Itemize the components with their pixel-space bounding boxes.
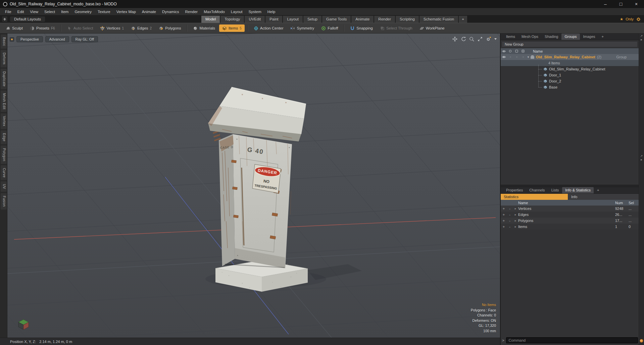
side-tab-deform[interactable]: Deform [1, 50, 7, 67]
remove-filter-button[interactable]: - [507, 225, 513, 229]
stats-row-edges[interactable]: + - ▸ Edges 26... ... [501, 212, 639, 218]
panel-flyout-icon[interactable]: ▸ [641, 158, 642, 161]
menu-item-item[interactable]: Item [58, 8, 71, 15]
expand-row-icon[interactable]: ▸ [513, 225, 518, 228]
layout-tab-game-tools[interactable]: Game Tools [322, 16, 351, 23]
panel-divider[interactable] [501, 185, 639, 187]
layout-tab-uvedit[interactable]: UVEdit [245, 16, 265, 23]
layout-tab-animate[interactable]: Animate [351, 16, 374, 23]
tree-item-label[interactable]: Door_1 [549, 73, 561, 77]
expand-panel-icon[interactable]: ↗ [640, 34, 643, 38]
tool-materials-button[interactable]: Materials [190, 24, 218, 32]
maximize-button[interactable]: □ [613, 0, 629, 8]
side-tab-polygon[interactable]: Polygon [1, 146, 7, 164]
star-icon[interactable]: ★ [620, 17, 623, 21]
tab-items[interactable]: Items [503, 34, 518, 40]
group-row[interactable]: ▾ Old_Slim_Railway_Relay_Cabinet (2) Gro… [501, 54, 639, 60]
layout-up-icon[interactable] [2, 16, 7, 22]
viewport-settings-icon[interactable] [486, 37, 491, 42]
layout-tab-layout[interactable]: Layout [283, 16, 303, 23]
side-tab-curve[interactable]: Curve [1, 165, 7, 180]
add-panel-tab-button[interactable]: + [594, 187, 602, 193]
visibility-column-icon[interactable] [501, 50, 507, 53]
remove-filter-button[interactable]: - [507, 219, 513, 223]
default-layouts-button[interactable]: Default Layouts [10, 16, 45, 22]
tree-item-base[interactable]: Base [501, 84, 639, 90]
remove-filter-button[interactable]: - [507, 207, 513, 211]
layout-tab-setup[interactable]: Setup [303, 16, 321, 23]
add-filter-button[interactable]: + [501, 219, 507, 223]
cabinet-model[interactable]: CASE D G 40 [205, 87, 362, 292]
expand-row-icon[interactable]: ▸ [513, 213, 518, 216]
side-tab-mesh-edit[interactable]: Mesh Edit [1, 91, 7, 112]
side-tab-fusion[interactable]: Fusion [1, 193, 7, 209]
command-history-button[interactable] [640, 339, 643, 343]
layout-tab-scripting[interactable]: Scripting [396, 16, 419, 23]
lock-column-icon[interactable] [513, 50, 520, 53]
side-tab-vertex[interactable]: Vertex [1, 113, 7, 129]
tree-item-cabinet[interactable]: Old_Slim_Railway_Relay_Cabinet [501, 66, 639, 72]
tab-channels[interactable]: Channels [526, 187, 548, 193]
menu-item-select[interactable]: Select [41, 8, 58, 15]
tree-item-door-1[interactable]: Door_1 [501, 72, 639, 78]
3d-viewport[interactable]: CASE D G 40 [7, 34, 500, 338]
menu-item-vertex-map[interactable]: Vertex Map [113, 8, 139, 15]
tab-images[interactable]: Images [580, 34, 598, 40]
stats-row-items[interactable]: + - ▸ Items 1 0 [501, 224, 639, 230]
ray-gl-button[interactable]: Ray GL: Off [71, 36, 98, 42]
tab-groups[interactable]: Groups [561, 34, 580, 40]
tool-vertices-button[interactable]: Vertices 1 [97, 24, 127, 32]
remove-filter-button[interactable]: - [507, 213, 513, 217]
layout-tab-model[interactable]: Model [201, 16, 220, 23]
pan-icon[interactable] [452, 37, 457, 42]
menu-item-system[interactable]: System [245, 8, 264, 15]
tree-item-label[interactable]: Old_Slim_Railway_Relay_Cabinet [549, 67, 605, 71]
tool-auto-select-button[interactable]: Auto Select [64, 24, 96, 32]
tree-item-label[interactable]: Door_2 [549, 79, 561, 83]
side-tab-basic[interactable]: Basic [1, 35, 7, 49]
side-tab-edge[interactable]: Edge [1, 130, 7, 144]
tree-item-door-2[interactable]: Door_2 [501, 78, 639, 84]
tool-edges-button[interactable]: Edges 2 [128, 24, 155, 32]
shading-mode-button[interactable]: Advanced [45, 36, 69, 42]
tab-lists[interactable]: Lists [548, 187, 562, 193]
layout-tab-schematic-fusion[interactable]: Schematic Fusion [419, 16, 458, 23]
add-layout-tab-button[interactable]: + [459, 16, 467, 23]
side-tab-duplicate[interactable]: Duplicate [1, 69, 7, 89]
tool-action-center-button[interactable]: Action Center [251, 24, 287, 32]
render-column-icon[interactable] [507, 50, 513, 53]
tab-mesh-ops[interactable]: Mesh Ops [518, 34, 541, 40]
menu-item-geometry[interactable]: Geometry [71, 8, 95, 15]
menu-item-file[interactable]: File [2, 8, 14, 15]
only-toggle[interactable]: Only [626, 17, 634, 21]
subtab-info[interactable]: Info [568, 194, 639, 200]
add-filter-button[interactable]: + [501, 207, 507, 211]
add-filter-button[interactable]: + [501, 225, 507, 229]
tool-select-through-button[interactable]: Select Through [377, 24, 415, 32]
tool-workplane-button[interactable]: WorkPlane [416, 24, 448, 32]
tab-shading[interactable]: Shading [542, 34, 561, 40]
tool-sculpt-button[interactable]: Sculpt [3, 24, 26, 32]
new-group-button[interactable]: New Group [502, 41, 638, 47]
fit-view-icon[interactable] [478, 37, 483, 42]
side-tab-uv[interactable]: UV [1, 181, 7, 192]
viewport-menu-icon[interactable] [494, 38, 497, 40]
menu-item-help[interactable]: Help [264, 8, 279, 15]
add-filter-button[interactable]: + [501, 213, 507, 217]
settings-gear-icon[interactable] [636, 17, 641, 22]
tool-snapping-button[interactable]: Snapping [347, 24, 376, 32]
expand-row-icon[interactable]: ▸ [513, 207, 518, 210]
close-button[interactable]: × [629, 0, 644, 8]
menu-item-view[interactable]: View [27, 8, 41, 15]
menu-item-texture[interactable]: Texture [95, 8, 113, 15]
command-input[interactable] [506, 337, 638, 343]
stats-row-polygons[interactable]: + - ▸ Polygons 17... ... [501, 218, 639, 224]
panel-flyout-icon[interactable]: ▸ [641, 38, 642, 41]
tool-presets-button[interactable]: Presets F6 [27, 24, 58, 32]
perspective-button[interactable]: Perspective [16, 36, 43, 42]
expand-panel-icon[interactable]: ↗ [640, 154, 643, 158]
stats-row-vertices[interactable]: + - ▸ Vertices 9248 ... [501, 206, 639, 212]
tab-info-statistics[interactable]: Info & Statistics [562, 187, 594, 193]
tree-item-label[interactable]: Base [549, 85, 557, 89]
axis-gizmo[interactable] [16, 317, 31, 330]
